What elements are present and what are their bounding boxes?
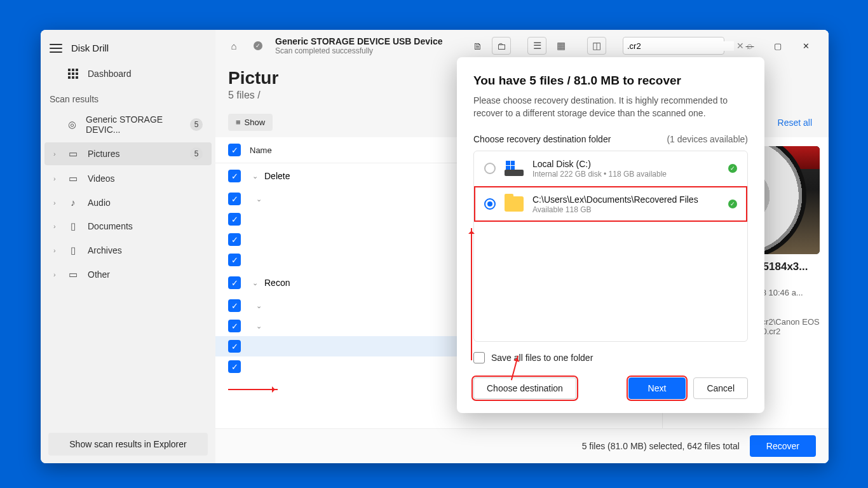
choose-destination-button[interactable]: Choose destination <box>473 377 576 399</box>
devices-available: (1 devices available) <box>667 134 748 144</box>
sidebar-item-documents[interactable]: › ▯ Documents <box>44 215 212 237</box>
destination-name: C:\Users\Lex\Documents\Recovered Files <box>532 194 719 205</box>
image-icon: ▭ <box>67 148 79 159</box>
sidebar-item-label: Dashboard <box>88 69 132 79</box>
cancel-button[interactable]: Cancel <box>693 377 748 399</box>
save-to-one-folder[interactable]: Save all files to one folder <box>473 352 748 363</box>
chevron-right-icon: › <box>53 271 56 278</box>
document-icon: ▯ <box>67 220 79 232</box>
checkbox-icon[interactable] <box>473 352 485 363</box>
video-icon: ▭ <box>67 173 79 184</box>
sidebar-item-label: Audio <box>88 198 111 208</box>
sidebar-item-archives[interactable]: › ▯ Archives <box>44 240 212 261</box>
other-icon: ▭ <box>67 269 79 280</box>
sidebar-item-videos[interactable]: › ▭ Videos <box>44 168 212 189</box>
main-area: ⌂ ✓ Generic STORAGE DEVICE USB Device Sc… <box>215 30 829 463</box>
sidebar-item-pictures[interactable]: › ▭ Pictures 5 <box>44 142 212 165</box>
chevron-right-icon: › <box>53 247 56 254</box>
destination-detail: Internal 222 GB disk • 118 GB available <box>532 170 719 179</box>
radio-icon[interactable] <box>484 163 496 174</box>
destination-recovered-files[interactable]: C:\Users\Lex\Documents\Recovered Files A… <box>474 186 747 222</box>
chevron-right-icon: › <box>53 150 56 158</box>
sidebar-item-label: Other <box>88 269 110 280</box>
scan-results-label: Scan results <box>41 85 215 108</box>
next-button[interactable]: Next <box>628 377 686 399</box>
choose-destination-label: Choose recovery destination folder <box>473 134 611 144</box>
sidebar-item-label: Pictures <box>88 149 120 159</box>
drive-icon: ◎ <box>67 119 77 130</box>
sidebar-item-device[interactable]: ◎ Generic STORAGE DEVIC... 5 <box>44 109 212 140</box>
sidebar-item-label: Documents <box>88 221 133 231</box>
sidebar: Disk Drill Dashboard Scan results ◎ Gene… <box>41 30 215 463</box>
folder-icon <box>505 196 524 212</box>
sidebar-item-label: Archives <box>88 245 122 255</box>
sidebar-item-audio[interactable]: › ♪ Audio <box>44 192 212 213</box>
check-ok-icon: ✓ <box>728 164 737 173</box>
app-window: Disk Drill Dashboard Scan results ◎ Gene… <box>41 30 829 463</box>
app-title: Disk Drill <box>71 43 109 53</box>
disk-icon <box>505 161 524 176</box>
check-ok-icon: ✓ <box>728 200 737 208</box>
chevron-right-icon: › <box>53 175 56 182</box>
destination-list: Local Disk (C:) Internal 222 GB disk • 1… <box>473 151 748 342</box>
chevron-right-icon: › <box>53 222 56 230</box>
modal-title: You have 5 files / 81.0 MB to recover <box>473 74 748 88</box>
grid-icon <box>67 69 79 79</box>
sidebar-item-label: Videos <box>88 173 115 184</box>
destination-local-disk[interactable]: Local Disk (C:) Internal 222 GB disk • 1… <box>474 151 747 186</box>
chevron-right-icon: › <box>53 199 56 207</box>
recovery-destination-modal: You have 5 files / 81.0 MB to recover Pl… <box>457 57 764 413</box>
sidebar-item-dashboard[interactable]: Dashboard <box>44 64 212 84</box>
sidebar-item-label: Generic STORAGE DEVIC... <box>86 114 181 135</box>
show-in-explorer-button[interactable]: Show scan results in Explorer <box>48 433 208 456</box>
sidebar-item-other[interactable]: › ▭ Other <box>44 264 212 285</box>
destination-name: Local Disk (C:) <box>532 159 719 169</box>
radio-icon[interactable] <box>484 198 496 210</box>
count-badge: 5 <box>190 147 203 160</box>
modal-body: Please choose recovery destination. It i… <box>473 94 748 120</box>
audio-icon: ♪ <box>67 197 79 208</box>
menu-icon[interactable] <box>50 44 62 53</box>
destination-detail: Available 118 GB <box>532 205 719 214</box>
count-badge: 5 <box>190 118 203 131</box>
archive-icon: ▯ <box>67 245 79 256</box>
save-one-label: Save all files to one folder <box>491 353 593 363</box>
